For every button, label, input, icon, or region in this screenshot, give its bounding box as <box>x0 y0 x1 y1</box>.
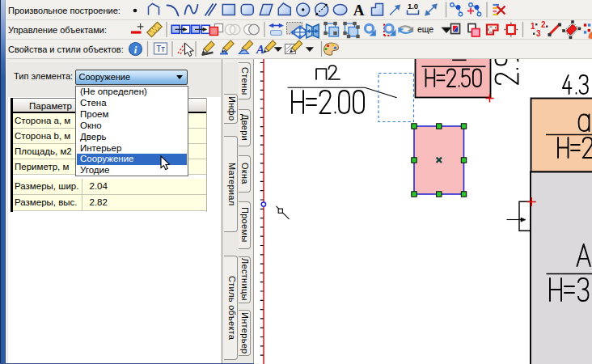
svg-text:1.0: 1.0 <box>408 2 418 11</box>
svg-text:1: 1 <box>531 22 535 31</box>
svg-text:A: A <box>353 2 365 19</box>
svg-text:Tт: Tт <box>156 44 165 53</box>
svg-text:2: 2 <box>541 20 546 29</box>
svg-text:A: A <box>256 43 264 56</box>
svg-text:3: 3 <box>536 29 541 38</box>
svg-text:еще: еще <box>417 24 433 34</box>
svg-text:i: i <box>134 44 137 56</box>
